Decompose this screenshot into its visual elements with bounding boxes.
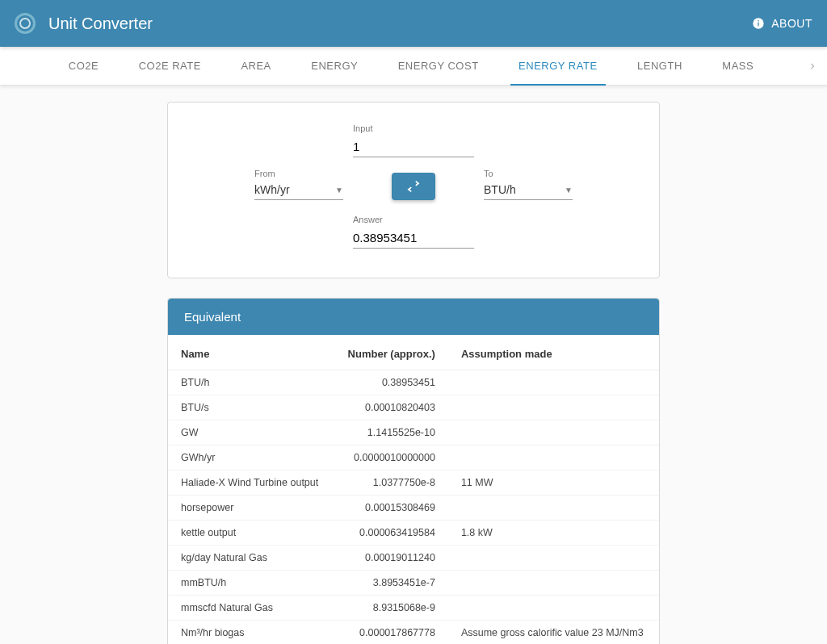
table-row: GWh/yr0.0000010000000 <box>168 445 659 470</box>
table-row: GW1.1415525e-10 <box>168 420 659 445</box>
table-row: BTU/s0.00010820403 <box>168 395 659 420</box>
about-button[interactable]: ABOUT <box>752 17 812 30</box>
tab-area[interactable]: AREA <box>241 47 271 86</box>
cell-name: BTU/h <box>168 370 334 395</box>
app-logo <box>15 13 36 34</box>
cell-assumption <box>448 571 659 596</box>
swap-icon <box>406 179 421 194</box>
to-value: BTU/h <box>484 183 516 196</box>
equivalent-table: Name Number (approx.) Assumption made BT… <box>168 335 659 644</box>
cell-number: 1.1415525e-10 <box>334 420 448 445</box>
table-row: kettle output0.0000634195841.8 kW <box>168 521 659 546</box>
svg-rect-1 <box>758 23 759 27</box>
answer-field-group: Answer <box>353 215 474 249</box>
tab-co2e-rate[interactable]: CO2E RATE <box>139 47 201 86</box>
cell-number: 3.8953451e-7 <box>334 571 448 596</box>
chevron-right-icon <box>808 62 817 70</box>
table-row: horsepower0.00015308469 <box>168 496 659 521</box>
cell-assumption: 11 MW <box>448 470 659 496</box>
input-field-group: Input <box>353 123 474 157</box>
input-value[interactable] <box>353 136 474 157</box>
cell-name: BTU/s <box>168 395 334 420</box>
cell-name: GWh/yr <box>168 445 334 470</box>
cell-assumption <box>448 546 659 571</box>
info-icon <box>752 17 765 30</box>
svg-rect-2 <box>758 20 759 21</box>
app-bar: Unit Converter ABOUT <box>0 0 827 47</box>
tab-energy-rate[interactable]: ENERGY RATE <box>518 47 597 86</box>
tabs-container: CO2ECO2E RATEAREAENERGYENERGY COSTENERGY… <box>0 47 798 86</box>
cell-name: Haliade-X Wind Turbine output <box>168 470 334 496</box>
converter-card: Input From kWh/yr ▼ To BTU/h ▼ <box>167 102 660 278</box>
app-title: Unit Converter <box>48 15 752 33</box>
cell-number: 0.00010820403 <box>334 395 448 420</box>
equivalent-header: Equivalent <box>168 299 659 335</box>
answer-label: Answer <box>353 215 474 224</box>
cell-name: mmBTU/h <box>168 571 334 596</box>
cell-number: 0.00015308469 <box>334 496 448 521</box>
table-row: mmBTU/h3.8953451e-7 <box>168 571 659 596</box>
cell-number: 0.000017867778 <box>334 621 448 645</box>
about-label: ABOUT <box>771 17 812 30</box>
cell-number: 1.0377750e-8 <box>334 470 448 496</box>
to-label: To <box>484 169 573 178</box>
tabs-scroll-right[interactable] <box>798 47 827 86</box>
equivalent-card: Equivalent Name Number (approx.) Assumpt… <box>167 298 660 644</box>
cell-name: kettle output <box>168 521 334 546</box>
tab-mass[interactable]: MASS <box>722 47 754 86</box>
table-row: mmscfd Natural Gas8.9315068e-9 <box>168 596 659 621</box>
table-row: Haliade-X Wind Turbine output1.0377750e-… <box>168 470 659 496</box>
to-select[interactable]: BTU/h ▼ <box>484 182 573 200</box>
cell-assumption <box>448 596 659 621</box>
to-field-group: To BTU/h ▼ <box>484 169 573 200</box>
tab-co2e[interactable]: CO2E <box>69 47 99 86</box>
cell-assumption <box>448 496 659 521</box>
cell-assumption: 1.8 kW <box>448 521 659 546</box>
swap-button[interactable] <box>392 173 435 200</box>
table-row: kg/day Natural Gas0.00019011240 <box>168 546 659 571</box>
caret-down-icon: ▼ <box>565 186 573 194</box>
cell-name: horsepower <box>168 496 334 521</box>
cell-number: 0.000063419584 <box>334 521 448 546</box>
cell-assumption: Assume gross calorific value 23 MJ/Nm3 <box>448 621 659 645</box>
cell-name: GW <box>168 420 334 445</box>
from-field-group: From kWh/yr ▼ <box>254 169 343 200</box>
table-row: BTU/h0.38953451 <box>168 370 659 395</box>
cell-name: Nm³/hr biogas <box>168 621 334 645</box>
cell-assumption <box>448 395 659 420</box>
tab-energy-cost[interactable]: ENERGY COST <box>398 47 479 86</box>
col-name: Name <box>168 335 334 370</box>
col-assumption: Assumption made <box>448 335 659 370</box>
from-select[interactable]: kWh/yr ▼ <box>254 182 343 200</box>
cell-assumption <box>448 370 659 395</box>
answer-value[interactable] <box>353 228 474 249</box>
cell-name: mmscfd Natural Gas <box>168 596 334 621</box>
table-row: Nm³/hr biogas0.000017867778Assume gross … <box>168 621 659 645</box>
table-header-row: Name Number (approx.) Assumption made <box>168 335 659 370</box>
tab-energy[interactable]: ENERGY <box>311 47 358 86</box>
cell-number: 0.38953451 <box>334 370 448 395</box>
col-number: Number (approx.) <box>334 335 448 370</box>
caret-down-icon: ▼ <box>335 186 343 194</box>
tabs-bar: CO2ECO2E RATEAREAENERGYENERGY COSTENERGY… <box>0 47 827 86</box>
cell-number: 8.9315068e-9 <box>334 596 448 621</box>
cell-number: 0.00019011240 <box>334 546 448 571</box>
cell-number: 0.0000010000000 <box>334 445 448 470</box>
cell-assumption <box>448 445 659 470</box>
input-label: Input <box>353 123 474 133</box>
cell-assumption <box>448 420 659 445</box>
from-label: From <box>254 169 343 178</box>
main-content: Input From kWh/yr ▼ To BTU/h ▼ <box>0 86 827 644</box>
from-value: kWh/yr <box>254 183 290 196</box>
tab-length[interactable]: LENGTH <box>637 47 682 86</box>
cell-name: kg/day Natural Gas <box>168 546 334 571</box>
